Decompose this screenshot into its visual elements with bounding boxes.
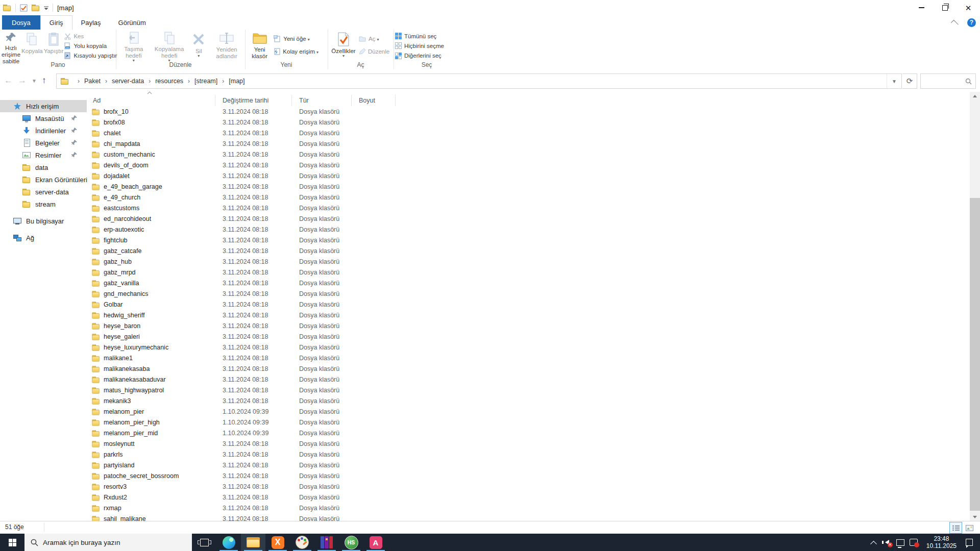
copy-path-button[interactable]: Yolu kopyala [64,42,117,50]
table-row[interactable]: eastcustoms 3.11.2024 08:18 Dosya klasör… [87,203,970,213]
table-row[interactable]: e_49_church 3.11.2024 08:18 Dosya klasör… [87,192,970,203]
details-view-button[interactable] [949,522,962,534]
address-dropdown-icon[interactable]: ▼ [887,74,901,88]
network-icon[interactable] [894,534,907,551]
table-row[interactable]: gnd_mechanics 3.11.2024 08:18 Dosya klas… [87,288,970,299]
table-row[interactable]: malikane1 3.11.2024 08:18 Dosya klasörü [87,353,970,363]
copy-button[interactable]: Kopyala [21,31,43,60]
restore-button[interactable] [933,0,957,15]
table-row[interactable]: devils_of_doom 3.11.2024 08:18 Dosya kla… [87,160,970,170]
breadcrumb-item[interactable]: Paket [73,78,101,85]
move-to-button[interactable]: Taşıma hedefi [117,31,150,60]
sidebar-item[interactable]: Belgeler [0,137,87,149]
sidebar-item[interactable]: Hızlı erişim [0,100,87,112]
close-button[interactable]: ✕ [957,0,980,15]
table-row[interactable]: brofx_10 3.11.2024 08:18 Dosya klasörü [87,106,970,117]
sidebar-item[interactable]: Ekran Görüntüleri [0,173,87,186]
table-row[interactable]: gabz_vanilla 3.11.2024 08:18 Dosya klasö… [87,278,970,288]
column-header-date[interactable]: Değiştirme tarihi [215,95,292,106]
table-row[interactable]: patoche_secret_bossroom 3.11.2024 08:18 … [87,470,970,481]
table-row[interactable]: parkrls 3.11.2024 08:18 Dosya klasörü [87,449,970,460]
taskbar-app-heidisql[interactable]: HS [339,534,363,551]
table-row[interactable]: matus_highwaypatrol 3.11.2024 08:18 Dosy… [87,385,970,395]
table-row[interactable]: rxmap 3.11.2024 08:18 Dosya klasörü [87,503,970,513]
table-row[interactable]: melanom_pier_mid 1.10.2024 09:39 Dosya k… [87,428,970,438]
rename-button[interactable]: Yeniden adlandır [210,31,243,60]
scroll-up-icon[interactable] [970,92,980,101]
taskbar-app-a[interactable]: A [363,534,388,551]
sidebar-item[interactable]: Bu bilgisayar [0,215,87,227]
tab-paylas[interactable]: Paylaş [72,15,110,30]
table-row[interactable]: heyse_baron 3.11.2024 08:18 Dosya klasör… [87,320,970,331]
breadcrumb-item[interactable]: resources [144,78,183,85]
breadcrumb-item[interactable]: server-data [101,78,144,85]
tab-gorunum[interactable]: Görünüm [110,15,155,30]
paste-shortcut-button[interactable]: Kısayolu yapıştır [64,52,117,60]
sidebar-item[interactable]: Resimler [0,149,87,161]
tray-overflow-chevron-icon[interactable] [867,534,880,551]
forward-icon[interactable]: → [18,76,27,86]
search-box[interactable] [920,73,976,89]
new-folder-button[interactable]: Yeni klasör [247,31,273,60]
tab-giris[interactable]: Giriş [40,15,72,30]
sidebar-item[interactable]: İndirilenler [0,124,87,137]
taskbar-search[interactable]: Aramak için buraya yazın [24,534,192,551]
scroll-down-icon[interactable] [970,513,980,521]
table-row[interactable]: gabz_catcafe 3.11.2024 08:18 Dosya klasö… [87,245,970,256]
taskbar-app-file-explorer[interactable] [241,534,265,551]
table-row[interactable]: custom_mechanic 3.11.2024 08:18 Dosya kl… [87,149,970,160]
table-row[interactable]: chi_mapdata 3.11.2024 08:18 Dosya klasör… [87,138,970,149]
action-center-icon[interactable] [963,534,980,551]
recent-locations-chevron-icon[interactable]: ▼ [32,78,37,84]
taskbar-app-edge[interactable] [216,534,241,551]
select-none-button[interactable]: Hiçbirini seçme [395,42,458,49]
qat-new-folder-icon[interactable] [32,4,40,12]
column-header-name[interactable]: Ad [87,95,215,106]
large-icons-view-button[interactable] [963,522,976,534]
table-row[interactable]: malikanekasaba 3.11.2024 08:18 Dosya kla… [87,363,970,374]
refresh-icon[interactable]: ⟳ [902,73,917,89]
table-row[interactable]: mekanik3 3.11.2024 08:18 Dosya klasörü [87,395,970,406]
taskbar-app-paint[interactable] [290,534,314,551]
easy-access-button[interactable]: Kolay erişim [274,47,326,56]
table-row[interactable]: Rxdust2 3.11.2024 08:18 Dosya klasörü [87,492,970,503]
edit-button[interactable]: Düzenle [359,47,390,56]
paste-button[interactable]: Yapıştır [44,31,64,60]
new-item-button[interactable]: Yeni öğe [274,34,326,43]
table-row[interactable]: fightclub 3.11.2024 08:18 Dosya klasörü [87,235,970,245]
sidebar-item[interactable]: stream [0,198,87,210]
start-button[interactable] [0,534,24,551]
table-row[interactable]: gabz_hub 3.11.2024 08:18 Dosya klasörü [87,256,970,267]
collapse-ribbon-icon[interactable] [951,20,959,28]
cut-button[interactable]: Kes [64,32,117,40]
table-row[interactable]: heyse_galeri 3.11.2024 08:18 Dosya klasö… [87,331,970,342]
back-icon[interactable]: ← [4,76,13,86]
table-row[interactable]: e_49_beach_garage 3.11.2024 08:18 Dosya … [87,181,970,192]
sidebar-item[interactable]: Ağ [0,232,87,244]
minimize-button[interactable] [910,0,933,15]
table-row[interactable]: resortv3 3.11.2024 08:18 Dosya klasörü [87,481,970,492]
address-bar[interactable]: Paketserver-dataresources[stream][map] ▼ [56,73,902,89]
table-row[interactable]: erp-autoexotic 3.11.2024 08:18 Dosya kla… [87,224,970,235]
qat-customize-dropdown-icon[interactable] [44,6,48,10]
search-input[interactable] [921,77,965,85]
column-header-size[interactable]: Boyut [352,95,396,106]
copy-to-button[interactable]: Kopyalama hedefi [151,31,188,60]
taskbar-app-winrar[interactable] [314,534,339,551]
table-row[interactable]: gabz_mrpd 3.11.2024 08:18 Dosya klasörü [87,267,970,278]
table-row[interactable]: ed_narcohideout 3.11.2024 08:18 Dosya kl… [87,213,970,224]
taskbar-app-xampp[interactable]: X [265,534,290,551]
table-row[interactable]: melanom_pier 1.10.2024 09:39 Dosya klasö… [87,406,970,417]
open-button[interactable]: Aç [359,34,390,43]
table-row[interactable]: sahil_malikane 3.11.2024 08:18 Dosya kla… [87,513,970,521]
table-row[interactable]: chalet 3.11.2024 08:18 Dosya klasörü [87,128,970,138]
invert-selection-button[interactable]: Diğerlerini seç [395,52,458,60]
task-view-button[interactable] [192,534,216,551]
sidebar-item[interactable]: Masaüstü [0,112,87,124]
up-icon[interactable]: ↑ [42,76,46,86]
select-all-button[interactable]: Tümünü seç [395,32,458,40]
table-row[interactable]: dojadalet 3.11.2024 08:18 Dosya klasörü [87,170,970,181]
help-icon[interactable]: ? [967,18,976,27]
table-row[interactable]: partyisland 3.11.2024 08:18 Dosya klasör… [87,460,970,470]
table-row[interactable]: hedwig_sheriff 3.11.2024 08:18 Dosya kla… [87,310,970,320]
